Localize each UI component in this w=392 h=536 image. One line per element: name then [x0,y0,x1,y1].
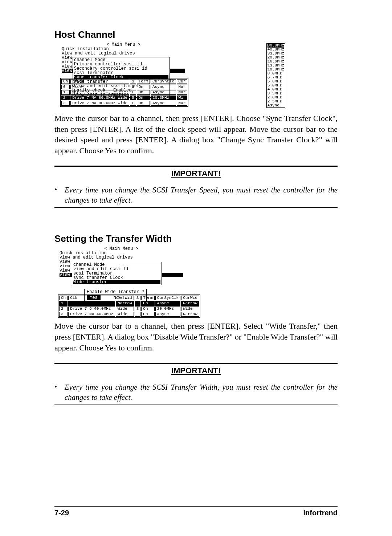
section2-paragraph: Move the cursor bar to a channel, then p… [54,321,338,353]
page-number: 7-29 [54,509,69,517]
terminal-screenshot-2: < Main Menu > Quick installation view an… [56,247,295,316]
t1-clock-15: Async [268,103,284,107]
important-block-2: IMPORTANT! • Every time you change the S… [54,363,338,405]
table-row: 0 Wide L On Async Nar [61,85,187,89]
divider [54,363,338,364]
divider [54,166,338,167]
brand-name: Infortrend [303,509,338,517]
divider [54,207,338,208]
t2-sub-4: Wide transfer [73,280,160,284]
section1-heading: Host Channel [54,29,338,40]
table-row: 2 Drive 7 NA 80.0MHz Wide S On 20.0MHz W… [61,96,187,100]
important-label-1: IMPORTANT! [54,169,338,178]
t1-menu-1: view and edit Logical drives [62,51,185,56]
t2-dialog-question: Enable Wide Transfer ? [87,290,144,294]
table-row: Ch Clk DefWid S Term CurSynClk CurWid [59,296,199,300]
page-footer: 7-29 Infortrend [54,506,338,517]
table-row: 1 Narrow L On Async Narrow [59,301,199,306]
t1-clocklist: 80.0MHz 40.0MHz 33.0MHz 20.0MHz 16.6MHz … [266,43,285,108]
t2-channel-table: Ch Clk DefWid S Term CurSynClk CurWid 1 … [58,295,200,318]
section1-paragraph: Move the cursor bar to a channel, then p… [54,113,338,156]
terminal-screenshot-1: < Main Menu > Quick installation view an… [58,42,283,108]
table-row: 1 Wide L On Async Nar [61,90,187,95]
section2-heading: Setting the Transfer Width [54,233,338,244]
t2-menu-1: view and edit Logical drives [60,255,183,260]
important-block-1: IMPORTANT! • Every time you change the S… [54,166,338,208]
table-row: Ch efWid S Term CurSynClk Cur [61,79,187,84]
t2-submenu: channel Mode view and edit scsi Id scsi … [72,262,162,285]
table-row: 3 Drive 7 NA 40.0MHz Wide L On Async Nar… [59,312,199,317]
bullet-icon: • [54,185,65,206]
important2-text: Every time you change the SCSI Transfer … [65,382,338,403]
important1-text: Every time you change the SCSI Transfer … [65,185,338,206]
important-label-2: IMPORTANT! [54,366,338,375]
bullet-icon: • [54,382,65,403]
table-row: 3 Drive 7 NA 80.0MHz Wide L On Async Nar [61,101,187,106]
divider [54,405,338,405]
t1-channel-table: Ch efWid S Term CurSynClk Cur 0 Wide L O… [60,78,188,107]
table-row: 2 Drive 7 6 40.0MHz Wide S On 20.0MHz Wi… [59,306,199,311]
